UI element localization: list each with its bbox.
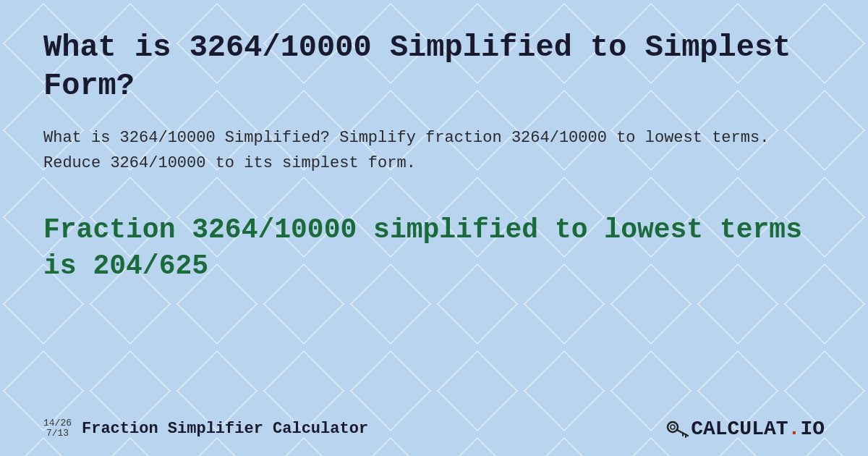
description-text: What is 3264/10000 Simplified? Simplify … — [43, 125, 803, 176]
page-title: What is 3264/10000 Simplified to Simples… — [43, 29, 803, 105]
result-section: Fraction 3264/10000 simplified to lowest… — [43, 212, 825, 284]
footer-left: 14/26 7/13 Fraction Simplifier Calculato… — [43, 418, 368, 439]
logo-dot: . — [788, 418, 801, 440]
key-icon — [663, 415, 689, 442]
fraction-bottom: 7/13 — [46, 428, 69, 439]
footer: 14/26 7/13 Fraction Simplifier Calculato… — [43, 415, 825, 442]
logo-text: CALCULAT.IO — [691, 418, 825, 440]
fraction-top: 14/26 — [43, 418, 72, 428]
calculat-logo: CALCULAT.IO — [663, 415, 825, 442]
footer-right: CALCULAT.IO — [663, 415, 825, 442]
svg-point-8 — [671, 425, 675, 429]
logo-part2: IO — [800, 418, 825, 440]
result-heading: Fraction 3264/10000 simplified to lowest… — [43, 212, 803, 284]
svg-point-7 — [668, 422, 678, 432]
brand-label: Fraction Simplifier Calculator — [82, 420, 368, 438]
logo-part1: CALCULAT — [691, 418, 788, 440]
fraction-display: 14/26 7/13 — [43, 418, 72, 439]
